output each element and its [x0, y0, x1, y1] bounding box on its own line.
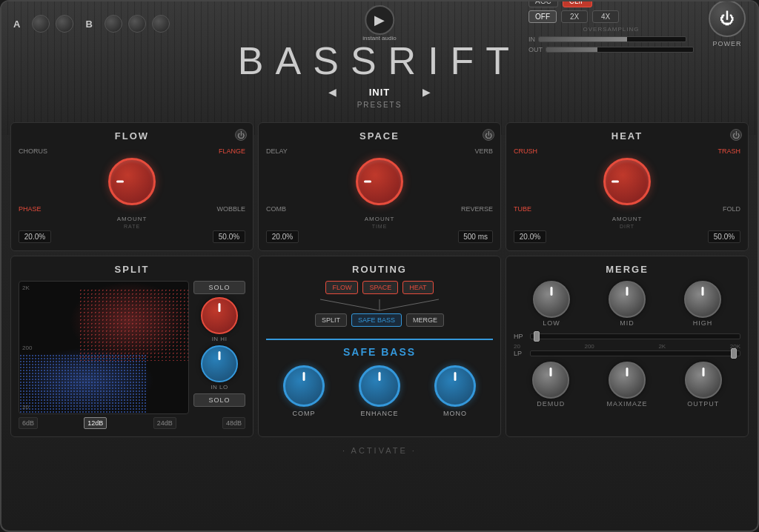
mono-indicator	[454, 372, 457, 381]
in-lo-group: IN LO	[193, 345, 245, 390]
knob-a1[interactable]	[32, 15, 50, 33]
heat-value-right[interactable]: 50.0%	[708, 230, 740, 243]
routing-module: ROUTING FLOW SPACE HEAT SPLIT	[258, 256, 501, 437]
mono-knob[interactable]	[434, 365, 476, 407]
heat-crush-label[interactable]: CRUSH	[514, 147, 537, 155]
heat-main-knob[interactable]	[603, 158, 651, 205]
space-reverse-label[interactable]: REVERSE	[461, 205, 493, 213]
clip-button[interactable]: CLIP	[563, 0, 592, 7]
maximaze-label: MAXIMAZE	[606, 400, 647, 408]
plugin-container: A B ▶ instant audio AGC CLIP	[0, 0, 759, 532]
heat-tube-label[interactable]: TUBE	[514, 205, 531, 213]
heat-knob-indicator	[611, 181, 619, 183]
preset-arrow-right[interactable]: ▶	[422, 86, 431, 98]
output-knob[interactable]	[685, 362, 722, 399]
space-main-knob[interactable]	[356, 158, 403, 205]
space-value-right[interactable]: 500 ms	[458, 230, 493, 243]
comp-knob[interactable]	[283, 365, 325, 407]
low-indicator	[551, 287, 553, 296]
knob-b2[interactable]	[128, 15, 146, 33]
space-power-button[interactable]: ⏻	[483, 129, 494, 141]
solo-hi-button[interactable]: SOLO	[193, 281, 245, 294]
preset-bar: ◀ INIT ▶	[291, 86, 468, 98]
output-indicator	[702, 368, 704, 376]
routing-split-box[interactable]: SPLIT	[315, 313, 347, 327]
db-12-button[interactable]: 12dB	[84, 417, 107, 429]
space-title: SPACE	[266, 130, 493, 142]
routing-triangle-svg	[313, 296, 446, 313]
heat-value-left[interactable]: 20.0%	[514, 230, 546, 243]
flow-flange-label[interactable]: FLANGE	[219, 147, 245, 155]
preset-arrow-left[interactable]: ◀	[328, 86, 337, 98]
enhance-knob[interactable]	[359, 365, 400, 407]
knob-a2[interactable]	[56, 15, 73, 33]
db-6-button[interactable]: 6dB	[19, 417, 38, 429]
activate-bar[interactable]: · ACTIVATE ·	[1, 442, 758, 459]
in-lo-knob[interactable]	[201, 345, 238, 382]
four-x-button[interactable]: 4X	[592, 10, 619, 23]
db-24-button[interactable]: 24dB	[153, 417, 176, 429]
lp-track[interactable]	[530, 350, 740, 356]
knob-b1[interactable]	[105, 15, 122, 33]
two-x-button[interactable]: 2X	[561, 10, 588, 23]
presets-label: PRESETS	[357, 101, 402, 109]
mono-knob-group: MONO	[434, 365, 476, 417]
flow-main-knob[interactable]	[108, 158, 156, 205]
merge-bottom-knobs: DEMUD MAXIMAZE OUTPUT	[514, 362, 740, 408]
solo-lo-button[interactable]: SOLO	[193, 393, 245, 407]
heat-fold-label[interactable]: FOLD	[723, 205, 740, 213]
flow-value-right[interactable]: 50.0%	[213, 230, 245, 243]
db-48-button[interactable]: 48dB	[222, 417, 245, 429]
knob-b3[interactable]	[152, 15, 170, 33]
routing-heat-box[interactable]: HEAT	[402, 281, 433, 294]
space-delay-label[interactable]: DELAY	[266, 147, 288, 155]
power-button[interactable]: ⏻	[709, 0, 746, 37]
flow-phase-label[interactable]: PHASE	[19, 205, 42, 213]
output-label: OUTPUT	[687, 400, 719, 408]
preset-section: ◀ INIT ▶ PRESETS	[1, 83, 758, 115]
heat-dirt-label: DIRT	[620, 224, 634, 229]
heat-trash-label[interactable]: TRASH	[717, 147, 740, 155]
heat-power-button[interactable]: ⏻	[730, 129, 742, 141]
flow-wobble-label[interactable]: WOBBLE	[216, 205, 245, 213]
mono-label: MONO	[443, 410, 467, 417]
maximaze-indicator	[626, 368, 628, 376]
in-hi-label: IN HI	[212, 336, 228, 342]
agc-button[interactable]: AGC	[528, 0, 558, 7]
space-comb-label[interactable]: COMB	[266, 205, 286, 213]
off-button[interactable]: OFF	[528, 10, 557, 23]
routing-safe-bass-box[interactable]: SAFE BASS	[351, 313, 402, 327]
flow-chorus-label[interactable]: CHORUS	[19, 147, 47, 155]
in-hi-knob[interactable]	[201, 297, 238, 334]
mid-knob[interactable]	[609, 281, 646, 318]
low-knob[interactable]	[533, 281, 570, 318]
flow-bottom-labels: PHASE WOBBLE	[19, 205, 245, 213]
power-icon: ⏻	[720, 10, 735, 27]
routing-merge-box[interactable]: MERGE	[406, 313, 444, 327]
flow-value-left[interactable]: 20.0%	[19, 230, 51, 243]
space-time-label: TIME	[372, 224, 388, 229]
merge-title: MERGE	[514, 264, 740, 275]
freq-labels-left: 2K 200 20	[22, 282, 32, 413]
lp-handle[interactable]	[731, 348, 737, 359]
hp-track[interactable]	[530, 333, 740, 339]
routing-space-box[interactable]: SPACE	[362, 281, 398, 294]
flow-amount-label: AMOUNT	[117, 216, 148, 222]
safe-bass-section: SAFE BASS COMP ENHANCE	[266, 339, 493, 417]
space-verb-label[interactable]: VERB	[474, 147, 493, 155]
flow-top-labels: CHORUS FLANGE	[19, 147, 245, 155]
title-area: BASSRIFT	[1, 39, 758, 83]
maximaze-knob[interactable]	[609, 362, 646, 399]
comp-knob-group: COMP	[283, 365, 325, 417]
mid-label: MID	[620, 319, 634, 327]
flow-power-button[interactable]: ⏻	[235, 129, 247, 141]
flow-amount-section: AMOUNT RATE	[19, 216, 245, 229]
high-knob[interactable]	[684, 281, 721, 318]
heat-top-labels: CRUSH TRASH	[514, 147, 740, 155]
space-value-left[interactable]: 20.0%	[266, 230, 299, 243]
output-knob-group: OUTPUT	[685, 362, 722, 408]
freq-20-label: 20	[514, 343, 520, 350]
hp-handle[interactable]	[534, 331, 540, 342]
routing-flow-box[interactable]: FLOW	[325, 281, 358, 294]
demud-knob[interactable]	[532, 362, 569, 399]
